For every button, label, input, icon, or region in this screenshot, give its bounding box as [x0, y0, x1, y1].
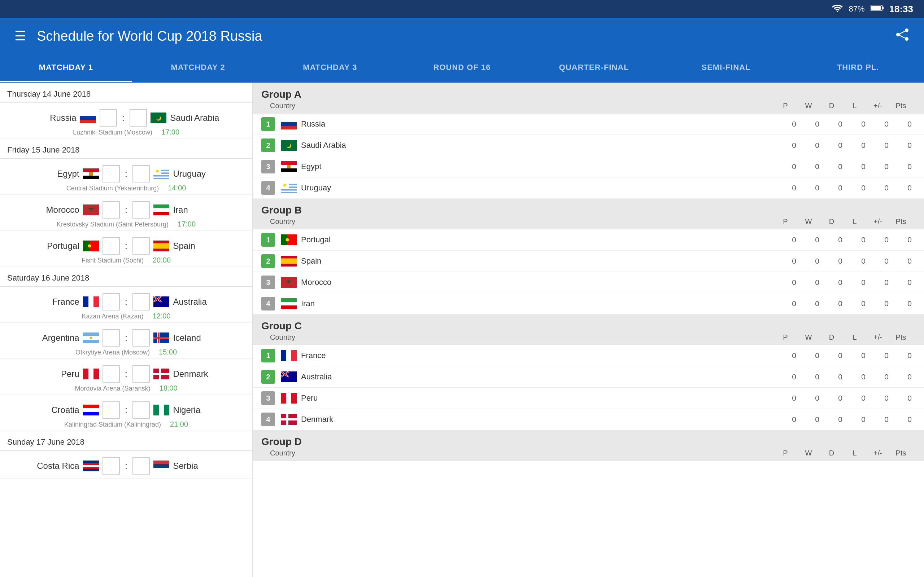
score-separator: :	[125, 168, 128, 180]
svg-rect-53	[83, 369, 89, 379]
stat-l: 0	[858, 351, 869, 360]
home-team-name: Portugal	[36, 241, 79, 251]
group-team-row[interactable]: 3 Peru 0 0 0 0 0 0	[253, 388, 924, 409]
group-team-row[interactable]: 3 Egypt 0 0 0 0 0 0	[253, 156, 924, 177]
match-time: 12:00	[153, 312, 171, 320]
country-flag-name: 🌙 Saudi Arabia	[281, 140, 788, 151]
match-row[interactable]: France : Australia Kazan Arena (Kazan) 1…	[0, 287, 252, 323]
stat-d: 0	[835, 415, 846, 424]
home-team-name: Argentina	[36, 333, 79, 343]
svg-rect-28	[153, 208, 169, 212]
group-team-row[interactable]: 2 Spain 0 0 0 0 0 0	[253, 251, 924, 272]
svg-rect-11	[80, 120, 96, 123]
stat-l: 0	[858, 372, 869, 381]
group-team-row[interactable]: 4 Uruguay 0 0 0 0 0 0	[253, 177, 924, 199]
tab-third-pl.[interactable]: THIRD PL.	[792, 54, 924, 82]
match-row[interactable]: Egypt : Uruguay Central Stadium (Yekater…	[0, 159, 252, 195]
away-team-name: Iceland	[173, 333, 216, 343]
stat-pts: 0	[904, 394, 915, 403]
stat-header-W: W	[803, 333, 814, 342]
stat-header-P: P	[780, 333, 791, 342]
group-team-row[interactable]: 2 🌙 Saudi Arabia 0 0 0 0 0 0	[253, 135, 924, 156]
group-team-row[interactable]: 2 Australia 0 0 0 0 0 0	[253, 366, 924, 388]
stat-header-W: W	[803, 102, 814, 110]
svg-rect-14	[83, 168, 99, 172]
day-header: Saturday 16 June 2018	[0, 267, 252, 287]
group-team-row[interactable]: 1 Portugal 0 0 0 0 0 0	[253, 229, 924, 251]
svg-rect-73	[281, 119, 297, 122]
stat-header-L: L	[849, 218, 861, 226]
group-title: Group B	[261, 205, 915, 216]
country-name: Egypt	[301, 162, 321, 171]
away-team-name: Denmark	[173, 369, 216, 379]
match-row[interactable]: Morocco : Iran Krestovsky Stadium (Saint…	[0, 195, 252, 231]
menu-icon[interactable]: ☰	[15, 29, 26, 44]
svg-rect-63	[159, 405, 164, 416]
score-separator: :	[125, 368, 128, 380]
stat-d: 0	[835, 162, 846, 171]
away-team-name: Spain	[173, 241, 216, 251]
stat-p: 0	[788, 184, 800, 192]
stat-p: 0	[788, 257, 800, 266]
tab-matchday-1[interactable]: MATCHDAY 1	[0, 54, 132, 82]
group-column-headers: Country PWDL+/-Pts	[261, 100, 915, 111]
stat-d: 0	[835, 235, 846, 244]
app-bar: ☰ Schedule for World Cup 2018 Russia	[0, 18, 924, 54]
away-team-name: Iran	[173, 205, 216, 215]
svg-rect-22	[153, 178, 169, 179]
home-score-box	[102, 293, 120, 311]
svg-rect-55	[94, 369, 99, 379]
score-separator: :	[125, 296, 128, 308]
match-row[interactable]: Peru : Denmark Mordovia Arena (Saransk) …	[0, 359, 252, 395]
group-team-row[interactable]: 4 Iran 0 0 0 0 0 0	[253, 293, 924, 314]
group-team-row[interactable]: 1 Russia 0 0 0 0 0 0	[253, 114, 924, 135]
group-title: Group D	[261, 436, 915, 448]
away-team-name: Nigeria	[173, 405, 216, 415]
country-flag-name: Peru	[281, 393, 788, 403]
match-row[interactable]: Costa Rica : Serbia	[0, 451, 252, 479]
team-stats: 0 0 0 0 0 0	[788, 299, 915, 308]
away-team-name: Uruguay	[173, 169, 216, 179]
team-stats: 0 0 0 0 0 0	[788, 120, 915, 128]
away-score-box	[132, 165, 150, 182]
team-stats: 0 0 0 0 0 0	[788, 394, 915, 403]
stat-w: 0	[811, 257, 823, 266]
tab-matchday-3[interactable]: MATCHDAY 3	[264, 54, 396, 82]
match-row[interactable]: Russia : 🌙 Saudi Arabia Luzhniki Stadium…	[0, 103, 252, 139]
match-row[interactable]: Portugal : Spain Fisht Stadium (Sochi) 2…	[0, 231, 252, 267]
away-score-box	[132, 201, 150, 219]
svg-rect-74	[281, 122, 297, 126]
stat-p: 0	[788, 351, 800, 360]
stat-gd: 0	[881, 141, 892, 150]
country-flag-name: Uruguay	[281, 182, 788, 193]
match-venue: Kazan Arena (Kazan)	[82, 313, 143, 320]
svg-rect-35	[83, 297, 89, 307]
groups-panel: Group A Country PWDL+/-Pts 1 Russia 0 0 …	[253, 83, 924, 577]
group-header-group-d: Group D Country PWDL+/-Pts	[253, 430, 924, 461]
tab-round-of-16[interactable]: ROUND OF 16	[396, 54, 528, 82]
away-team-name: Serbia	[173, 461, 216, 471]
status-bar: 87% 18:33	[0, 0, 924, 18]
tab-semi-final[interactable]: SEMI-FINAL	[660, 54, 792, 82]
stat-header-P: P	[780, 218, 791, 226]
group-team-row[interactable]: 3 Morocco 0 0 0 0 0 0	[253, 272, 924, 293]
svg-rect-58	[153, 373, 169, 375]
match-venue: Central Stadium (Yekaterinburg)	[66, 185, 159, 192]
away-score-box	[132, 329, 150, 347]
stat-gd: 0	[881, 162, 892, 171]
rank-badge: 3	[261, 276, 275, 289]
svg-line-8	[898, 35, 907, 39]
away-team-name: Australia	[173, 297, 216, 307]
day-header: Sunday 17 June 2018	[0, 431, 252, 451]
svg-rect-64	[164, 405, 169, 416]
rank-badge: 2	[261, 254, 275, 268]
tab-quarter-final[interactable]: QUARTER-FINAL	[528, 54, 660, 82]
rank-badge: 4	[261, 181, 275, 195]
group-team-row[interactable]: 1 France 0 0 0 0 0 0	[253, 345, 924, 366]
match-row[interactable]: Croatia : Nigeria Kaliningrad Stadium (K…	[0, 395, 252, 431]
stat-header-+/-: +/-	[872, 449, 884, 457]
tab-matchday-2[interactable]: MATCHDAY 2	[132, 54, 264, 82]
group-team-row[interactable]: 4 Denmark 0 0 0 0 0 0	[253, 409, 924, 430]
match-row[interactable]: Argentina : Iceland Otkrytiye Arena (Mos…	[0, 323, 252, 359]
share-icon[interactable]	[895, 27, 909, 45]
